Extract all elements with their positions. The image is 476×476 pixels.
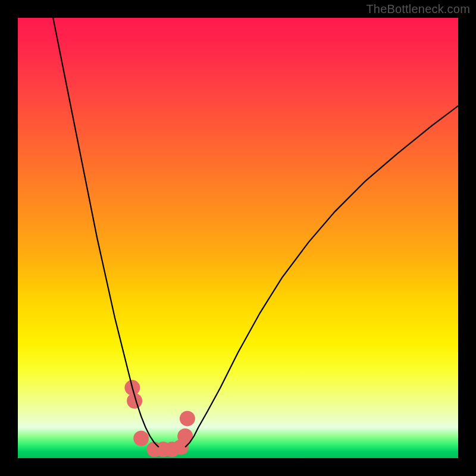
plot-area — [18, 18, 458, 458]
curve-layer — [18, 18, 458, 458]
right-branch-curve — [185, 106, 458, 447]
watermark-label: TheBottleneck.com — [366, 2, 470, 16]
chart-frame: TheBottleneck.com — [0, 0, 476, 476]
valley-marker — [180, 411, 195, 426]
valley-markers — [124, 380, 195, 458]
valley-marker — [133, 431, 149, 446]
left-branch-curve — [53, 18, 159, 447]
